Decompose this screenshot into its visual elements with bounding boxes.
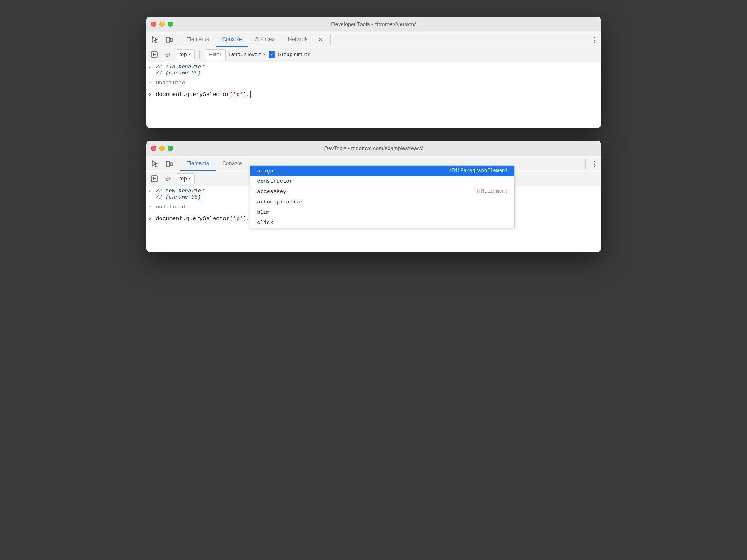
devtools-window-2: DevTools - todomvc.com/examples/react/ E… <box>146 141 601 252</box>
devtools-menu-button-2[interactable]: ⋮ <box>591 159 598 168</box>
autocomplete-dropdown[interactable]: align HTMLParagraphElement constructor a… <box>250 165 515 228</box>
title-bar-1: Developer Tools - chrome://version/ <box>146 17 601 32</box>
tab-list-2: Elements Console <box>180 156 249 171</box>
minimize-button-1[interactable] <box>159 22 165 27</box>
svg-rect-5 <box>170 163 172 166</box>
title-bar-2: DevTools - todomvc.com/examples/react/ <box>146 141 601 156</box>
autocomplete-item-constructor[interactable]: constructor <box>250 176 514 187</box>
text-cursor-1 <box>250 91 251 98</box>
execute-button-1[interactable] <box>149 50 159 60</box>
play-icon <box>151 51 158 58</box>
return-prefix-1: ← <box>149 80 151 86</box>
context-arrow-icon-2: ▾ <box>189 176 191 181</box>
maximize-button-2[interactable] <box>168 146 173 151</box>
svg-rect-0 <box>166 37 170 42</box>
tab-list-1: Elements Console Sources Network » <box>180 32 325 47</box>
filter-separator-1 <box>199 50 200 59</box>
input-prefix-1: › <box>149 64 152 70</box>
cursor-icon-2 <box>151 160 159 168</box>
traffic-lights-2 <box>151 146 173 151</box>
inspect-element-button-2[interactable] <box>149 158 161 170</box>
levels-arrow-icon: ▾ <box>263 52 265 57</box>
context-arrow-icon: ▾ <box>189 52 191 57</box>
tab-more-1[interactable]: » <box>316 32 325 47</box>
tab-sources-1[interactable]: Sources <box>248 32 281 47</box>
autocomplete-item-blur[interactable]: blur <box>250 207 514 218</box>
autocomplete-label-blur: blur <box>257 209 270 215</box>
device-icon <box>166 36 173 43</box>
window-title-2: DevTools - todomvc.com/examples/react/ <box>324 145 423 151</box>
console-comment-2: // (chrome 66) <box>156 70 598 76</box>
inspect-element-button[interactable] <box>149 34 161 45</box>
undefined-value-2: undefined <box>156 204 185 210</box>
toolbar-separator-2 <box>585 159 586 169</box>
toolbar-icons-2 <box>149 158 175 170</box>
tab-console-2[interactable]: Console <box>216 156 249 171</box>
console-input-line-1[interactable]: › document.querySelector('p'). <box>146 88 601 101</box>
input-after-string-1: ). <box>243 91 250 98</box>
autocomplete-item-accesskey[interactable]: accessKey HTMLElement <box>250 187 514 197</box>
svg-rect-1 <box>170 38 172 42</box>
input-before-string-2: document.querySelector( <box>156 215 233 222</box>
return-content-1: undefined <box>156 80 598 86</box>
console-input-text-1[interactable]: document.querySelector('p'). <box>156 91 251 98</box>
context-selector-1[interactable]: top ▾ <box>176 49 195 60</box>
close-button-1[interactable] <box>151 22 156 27</box>
play-icon-2 <box>151 175 158 182</box>
input-arrow-1: › <box>149 91 152 98</box>
autocomplete-label-accesskey: accessKey <box>257 189 286 195</box>
entry-content-1: // old behavior // (chrome 66) <box>156 64 598 76</box>
device-icon-2 <box>166 160 173 168</box>
autocomplete-item-align[interactable]: align HTMLParagraphElement <box>250 166 514 176</box>
clear-console-button-1[interactable]: ⊘ <box>163 50 173 60</box>
tab-network-1[interactable]: Network <box>281 32 315 47</box>
tab-console-1[interactable]: Console <box>216 32 249 47</box>
close-button-2[interactable] <box>151 146 156 151</box>
group-similar-checkbox[interactable]: ✓ <box>269 51 275 58</box>
input-arrow-2: › <box>149 215 152 222</box>
autocomplete-type-accesskey: HTMLElement <box>475 189 508 194</box>
device-toolbar-button[interactable] <box>163 34 175 45</box>
traffic-lights-1 <box>151 22 173 27</box>
return-prefix-2: ← <box>149 204 151 210</box>
group-similar-control-1: ✓ Group similar <box>269 51 310 58</box>
minimize-button-2[interactable] <box>159 146 165 151</box>
autocomplete-type-align: HTMLParagraphElement <box>448 168 508 174</box>
toolbar-separator-1 <box>330 35 331 45</box>
input-prefix-2: › <box>149 188 152 194</box>
autocomplete-label-click: click <box>257 220 273 226</box>
toolbar-icons-1 <box>149 34 175 45</box>
maximize-button-1[interactable] <box>168 22 173 27</box>
clear-console-button-2[interactable]: ⊘ <box>163 174 173 184</box>
filter-button-1[interactable]: Filter <box>205 49 226 60</box>
execute-button-2[interactable] <box>149 174 159 184</box>
devtools-window-1: Developer Tools - chrome://version/ Elem… <box>146 17 601 128</box>
input-string-value-2: 'p' <box>233 215 243 222</box>
svg-rect-4 <box>166 161 170 166</box>
console-output-1: › // old behavior // (chrome 66) ← undef… <box>146 62 601 128</box>
autocomplete-label-autocapitalize: autocapitalize <box>257 199 302 205</box>
input-after-string-2: ). <box>243 215 250 222</box>
autocomplete-label-constructor: constructor <box>257 178 293 184</box>
console-entry-input-1: › // old behavior // (chrome 66) <box>146 62 601 78</box>
main-toolbar-1: Elements Console Sources Network » ⋮ <box>146 32 601 47</box>
main-toolbar-2: Elements Console align HTMLParagraphElem… <box>146 156 601 171</box>
tab-elements-1[interactable]: Elements <box>180 32 216 47</box>
device-toolbar-button-2[interactable] <box>163 158 175 170</box>
cursor-icon <box>151 36 159 43</box>
input-string-value-1: 'p' <box>233 91 243 98</box>
tab-elements-2[interactable]: Elements <box>180 156 216 171</box>
devtools-menu-button-1[interactable]: ⋮ <box>591 35 598 44</box>
svg-marker-3 <box>153 53 156 56</box>
context-selector-2[interactable]: top ▾ <box>176 173 195 184</box>
autocomplete-item-autocapitalize[interactable]: autocapitalize <box>250 197 514 207</box>
svg-marker-7 <box>153 177 156 180</box>
console-entry-return-1: ← undefined <box>146 78 601 88</box>
window-title-1: Developer Tools - chrome://version/ <box>331 21 416 27</box>
input-before-string-1: document.querySelector( <box>156 91 233 98</box>
autocomplete-label-align: align <box>257 168 273 174</box>
autocomplete-item-click[interactable]: click <box>250 218 514 228</box>
console-comment-1: // old behavior <box>156 64 598 70</box>
default-levels-selector-1[interactable]: Default levels ▾ <box>229 51 265 57</box>
console-toolbar-1: ⊘ top ▾ Filter Default levels ▾ ✓ Group … <box>146 47 601 62</box>
